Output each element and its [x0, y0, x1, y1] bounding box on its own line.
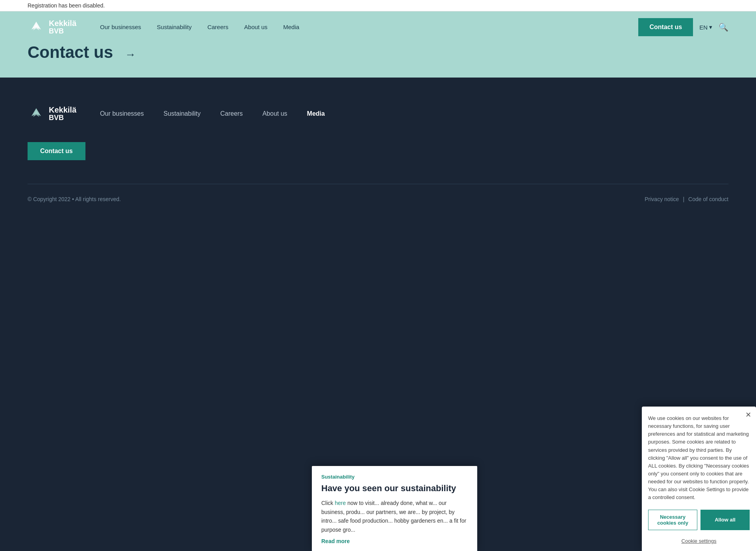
code-of-conduct-link[interactable]: Code of conduct	[688, 196, 728, 202]
logo-dark[interactable]: Kekkilä BVB	[28, 105, 76, 122]
primary-nav-actions: Contact us EN ▾ 🔍	[638, 18, 728, 36]
logo-dark-icon	[28, 105, 45, 122]
footer-link-separator: |	[683, 196, 684, 202]
cookie-banner-text: We use cookies on our websites for neces…	[648, 414, 750, 502]
read-more-link[interactable]: Read more	[321, 538, 350, 544]
footer-divider	[28, 184, 728, 184]
cookie-banner: ✕ We use cookies on our websites for nec…	[642, 407, 756, 551]
logo-dark-text: Kekkilä BVB	[49, 105, 76, 122]
cookie-close-button[interactable]: ✕	[745, 410, 751, 419]
article-here-link[interactable]: here	[335, 500, 346, 506]
logo-area[interactable]: Kekkilä BVB	[28, 18, 76, 36]
copyright-text: © Copyright 2022 • All rights reserved.	[28, 196, 121, 202]
contact-us-dark-button[interactable]: Contact us	[28, 142, 85, 160]
sec-nav-our-businesses[interactable]: Our businesses	[100, 110, 144, 117]
privacy-notice-link[interactable]: Privacy notice	[645, 196, 679, 202]
nav-item-our-businesses[interactable]: Our businesses	[100, 24, 141, 31]
sec-nav-media[interactable]: Media	[307, 110, 325, 117]
article-heading: Have you seen our sustainability	[321, 483, 468, 494]
secondary-nav-links: Our businesses Sustainability Careers Ab…	[100, 110, 728, 117]
necessary-cookies-only-button[interactable]: Necessary cookies only	[648, 510, 697, 530]
logo-text: Kekkilä BVB	[49, 19, 76, 35]
article-body: Click here now to visit... already done,…	[321, 499, 468, 534]
search-button[interactable]: 🔍	[719, 22, 728, 32]
sec-nav-about-us[interactable]: About us	[262, 110, 287, 117]
arrow-right-icon: →	[125, 48, 136, 66]
page-title: Contact us	[28, 43, 113, 66]
nav-item-about-us[interactable]: About us	[244, 24, 267, 31]
chevron-down-icon: ▾	[709, 24, 712, 31]
article-tag: Sustainability	[321, 474, 468, 480]
cookie-banner-body: We use cookies on our websites for neces…	[642, 407, 756, 506]
article-card: Sustainability Have you seen our sustain…	[312, 466, 477, 551]
main-content: Kekkilä BVB Our businesses Sustainabilit…	[0, 78, 756, 226]
nav-item-careers[interactable]: Careers	[208, 24, 228, 31]
nav-item-media[interactable]: Media	[283, 24, 299, 31]
search-icon: 🔍	[719, 23, 728, 31]
cookie-settings-link[interactable]: Cookie settings	[682, 538, 717, 544]
logo-icon	[28, 18, 45, 36]
cookie-actions: Necessary cookies only Allow all	[642, 506, 756, 534]
sec-nav-careers[interactable]: Careers	[220, 110, 243, 117]
footer-row: © Copyright 2022 • All rights reserved. …	[28, 196, 728, 202]
announcement-bar: Registration has been disabled.	[0, 0, 756, 11]
sec-nav-sustainability[interactable]: Sustainability	[163, 110, 200, 117]
page-heading-bar: Contact us →	[0, 43, 756, 78]
footer-links: Privacy notice | Code of conduct	[645, 196, 728, 202]
cookie-settings-area: Cookie settings	[642, 534, 756, 551]
nav-item-sustainability[interactable]: Sustainability	[157, 24, 191, 31]
announcement-text: Registration has been disabled.	[28, 2, 105, 9]
primary-nav: Kekkilä BVB Our businesses Sustainabilit…	[0, 11, 756, 43]
contact-us-nav-button[interactable]: Contact us	[638, 18, 693, 36]
language-selector[interactable]: EN ▾	[699, 24, 712, 31]
primary-nav-links: Our businesses Sustainability Careers Ab…	[100, 24, 638, 31]
allow-all-button[interactable]: Allow all	[700, 510, 750, 530]
secondary-nav: Kekkilä BVB Our businesses Sustainabilit…	[28, 93, 728, 138]
